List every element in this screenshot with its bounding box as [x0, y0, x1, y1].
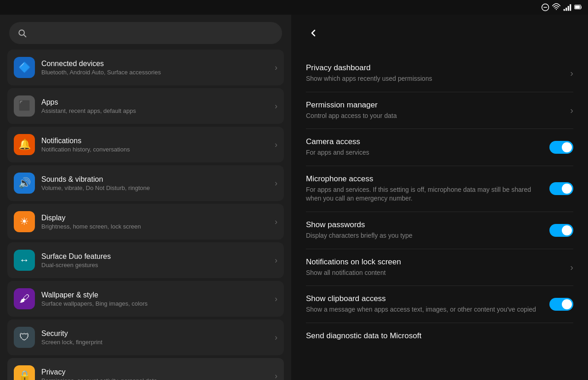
privacy-item-title-clipboard-access: Show clipboard access — [306, 294, 540, 303]
privacy-item-show-passwords[interactable]: Show passwords Display characters briefl… — [291, 212, 588, 249]
setting-subtitle-sounds: Volume, vibrate, Do Not Disturb, rington… — [41, 184, 271, 191]
privacy-item-text-send-diagnostic: Send diagnostic data to Microsoft — [306, 331, 573, 342]
chevron-icon-display: › — [275, 217, 277, 227]
setting-icon-surface-duo: ↔ — [14, 250, 35, 271]
privacy-item-clipboard-access[interactable]: Show clipboard access Show a message whe… — [291, 286, 588, 323]
page-title — [291, 44, 588, 55]
privacy-item-text-notifications-lock-screen: Notifications on lock screen Show all no… — [306, 257, 570, 278]
setting-title-sounds: Sounds & vibration — [41, 175, 271, 184]
setting-title-wallpaper: Wallpaper & style — [41, 291, 271, 299]
setting-item-security[interactable]: 🛡 Security Screen lock, fingerprint › — [7, 319, 284, 355]
status-bar — [0, 0, 588, 15]
chevron-icon-surface-duo: › — [275, 256, 277, 265]
svg-line-10 — [24, 35, 26, 37]
chevron-icon-apps: › — [275, 101, 277, 111]
setting-item-apps[interactable]: ⬛ Apps Assistant, recent apps, default a… — [7, 88, 284, 124]
chevron-icon-sounds: › — [275, 179, 277, 188]
chevron-icon-notifications: › — [275, 140, 277, 150]
right-panel: Privacy dashboard Show which apps recent… — [291, 15, 588, 380]
chevron-icon-privacy-dashboard: › — [570, 68, 573, 78]
setting-subtitle-surface-duo: Dual-screen gestures — [41, 262, 271, 268]
search-icon — [17, 28, 27, 38]
setting-title-surface-duo: Surface Duo features — [41, 252, 271, 261]
privacy-item-text-microphone-access: Microphone access For apps and services.… — [306, 174, 549, 203]
privacy-item-text-show-passwords: Show passwords Display characters briefl… — [306, 220, 549, 240]
privacy-item-text-clipboard-access: Show clipboard access Show a message whe… — [306, 294, 549, 314]
privacy-item-title-camera-access: Camera access — [306, 137, 540, 146]
setting-icon-wallpaper: 🖌 — [14, 288, 35, 309]
privacy-item-text-permission-manager: Permission manager Control app access to… — [306, 101, 570, 121]
chevron-icon-wallpaper: › — [275, 294, 277, 304]
svg-point-2 — [556, 9, 557, 10]
toggle-microphone-access[interactable] — [549, 182, 573, 195]
privacy-item-notifications-lock-screen[interactable]: Notifications on lock screen Show all no… — [291, 249, 588, 286]
privacy-item-camera-access[interactable]: Camera access For apps and services — [291, 129, 588, 166]
dnd-icon — [541, 3, 549, 11]
settings-list: 🔷 Connected devices Bluetooth, Android A… — [0, 50, 291, 380]
setting-icon-display: ☀ — [14, 211, 35, 232]
setting-item-sounds[interactable]: 🔊 Sounds & vibration Volume, vibrate, Do… — [7, 165, 284, 201]
privacy-item-subtitle-privacy-dashboard: Show which apps recently used permission… — [306, 74, 561, 84]
privacy-item-send-diagnostic[interactable]: Send diagnostic data to Microsoft — [291, 323, 588, 351]
wifi-icon — [552, 3, 560, 11]
svg-rect-6 — [570, 4, 571, 11]
privacy-item-text-camera-access: Camera access For apps and services — [306, 137, 549, 157]
setting-item-display[interactable]: ☀ Display Brightness, home screen, lock … — [7, 204, 284, 240]
setting-title-display: Display — [41, 214, 271, 222]
setting-subtitle-notifications: Notification history, conversations — [41, 146, 271, 153]
setting-item-notifications[interactable]: 🔔 Notifications Notification history, co… — [7, 127, 284, 162]
svg-rect-8 — [575, 6, 580, 9]
setting-title-notifications: Notifications — [41, 137, 271, 145]
privacy-items-container: Privacy dashboard Show which apps recent… — [291, 55, 588, 351]
svg-rect-5 — [568, 6, 569, 11]
setting-item-privacy[interactable]: 🔒 Privacy Permissions, account activity,… — [7, 358, 284, 380]
toggle-camera-access[interactable] — [549, 141, 573, 154]
privacy-item-microphone-access[interactable]: Microphone access For apps and services.… — [291, 166, 588, 212]
setting-subtitle-display: Brightness, home screen, lock screen — [41, 223, 271, 230]
left-panel: 🔷 Connected devices Bluetooth, Android A… — [0, 15, 291, 380]
battery-icon — [574, 3, 582, 11]
status-icons — [541, 3, 582, 11]
privacy-item-permission-manager[interactable]: Permission manager Control app access to… — [291, 92, 588, 129]
setting-title-connected-devices: Connected devices — [41, 60, 271, 68]
setting-item-wallpaper[interactable]: 🖌 Wallpaper & style Surface wallpapers, … — [7, 281, 284, 317]
privacy-item-subtitle-permission-manager: Control app access to your data — [306, 112, 561, 121]
privacy-item-privacy-dashboard[interactable]: Privacy dashboard Show which apps recent… — [291, 55, 588, 92]
privacy-item-title-send-diagnostic: Send diagnostic data to Microsoft — [306, 331, 564, 341]
search-bar[interactable] — [9, 22, 282, 44]
setting-text-surface-duo: Surface Duo features Dual-screen gesture… — [41, 252, 271, 268]
back-button[interactable] — [306, 26, 321, 40]
privacy-item-subtitle-clipboard-access: Show a message when apps access text, im… — [306, 305, 540, 314]
setting-subtitle-apps: Assistant, recent apps, default apps — [41, 107, 271, 114]
setting-subtitle-security: Screen lock, fingerprint — [41, 339, 271, 346]
setting-subtitle-connected-devices: Bluetooth, Android Auto, Surface accesso… — [41, 69, 271, 76]
setting-item-surface-duo[interactable]: ↔ Surface Duo features Dual-screen gestu… — [7, 242, 284, 278]
privacy-item-title-privacy-dashboard: Privacy dashboard — [306, 63, 561, 73]
svg-rect-4 — [565, 8, 567, 11]
signal-icon — [563, 3, 571, 11]
toggle-clipboard-access[interactable] — [549, 298, 573, 311]
toggle-show-passwords[interactable] — [549, 224, 573, 237]
chevron-icon-connected-devices: › — [275, 63, 277, 73]
setting-text-privacy: Privacy Permissions, account activity, p… — [41, 368, 271, 380]
back-arrow-icon — [308, 28, 319, 39]
privacy-item-title-show-passwords: Show passwords — [306, 220, 540, 229]
privacy-item-subtitle-show-passwords: Display characters briefly as you type — [306, 231, 540, 240]
setting-text-sounds: Sounds & vibration Volume, vibrate, Do N… — [41, 175, 271, 191]
privacy-item-subtitle-notifications-lock-screen: Show all notification content — [306, 268, 561, 278]
chevron-icon-security: › — [275, 333, 277, 342]
setting-text-wallpaper: Wallpaper & style Surface wallpapers, Bi… — [41, 291, 271, 307]
main-layout: 🔷 Connected devices Bluetooth, Android A… — [0, 15, 588, 380]
setting-icon-security: 🛡 — [14, 327, 35, 348]
setting-text-apps: Apps Assistant, recent apps, default app… — [41, 98, 271, 114]
chevron-icon-privacy: › — [275, 371, 277, 380]
setting-text-security: Security Screen lock, fingerprint — [41, 330, 271, 346]
privacy-item-subtitle-microphone-access: For apps and services. If this setting i… — [306, 185, 540, 203]
chevron-icon-permission-manager: › — [570, 105, 573, 116]
setting-text-display: Display Brightness, home screen, lock sc… — [41, 214, 271, 230]
setting-icon-notifications: 🔔 — [14, 134, 35, 155]
setting-subtitle-wallpaper: Surface wallpapers, Bing images, colors — [41, 300, 271, 307]
setting-text-connected-devices: Connected devices Bluetooth, Android Aut… — [41, 60, 271, 76]
setting-item-connected-devices[interactable]: 🔷 Connected devices Bluetooth, Android A… — [7, 50, 284, 85]
privacy-item-title-notifications-lock-screen: Notifications on lock screen — [306, 257, 561, 267]
